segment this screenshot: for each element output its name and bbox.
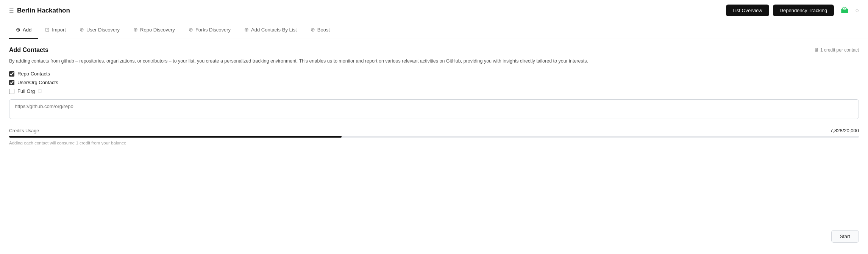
progress-bar-background [9, 136, 859, 138]
url-input-container [9, 99, 859, 120]
page-title: Berlin Hackathon [17, 7, 70, 14]
boost-icon: 🏔 [841, 6, 848, 15]
full-org-row: Full Org ⓘ [9, 88, 859, 94]
tab-repo-discovery[interactable]: ⊕ Repo Discovery [126, 21, 182, 39]
tab-forks-discovery[interactable]: ⊕ Forks Discovery [182, 21, 237, 39]
start-button-container: Start [831, 230, 859, 243]
tab-import-label: Import [52, 27, 66, 33]
add-contacts-by-list-tab-icon: ⊕ [244, 27, 249, 33]
repo-contacts-label: Repo Contacts [17, 71, 50, 77]
tab-boost-label: Boost [317, 27, 330, 33]
boost-tab-icon: ⊕ [311, 27, 315, 33]
tab-user-discovery-label: User Discovery [86, 27, 120, 33]
tab-add-contacts-by-list[interactable]: ⊕ Add Contacts By List [237, 21, 304, 39]
user-org-contacts-row: User/Org Contacts [9, 80, 859, 85]
section-header: Add Contacts 🖩 1 credit per contact [9, 47, 859, 53]
header-right: List Overview Dependency Tracking 🏔 ○ [726, 5, 859, 16]
description-text: By adding contacts from github – reposit… [9, 57, 859, 65]
user-discovery-tab-icon: ⊕ [80, 27, 84, 33]
tab-bar: ⊕ Add ⊡ Import ⊕ User Discovery ⊕ Repo D… [0, 21, 868, 39]
full-org-info-icon[interactable]: ⓘ [38, 88, 42, 94]
tab-import[interactable]: ⊡ Import [38, 21, 73, 39]
tab-forks-discovery-label: Forks Discovery [195, 27, 231, 33]
list-overview-button[interactable]: List Overview [726, 5, 769, 16]
credits-value: 7,828/20,000 [830, 128, 859, 133]
dependency-tracking-button[interactable]: Dependency Tracking [773, 5, 834, 16]
forks-discovery-tab-icon: ⊕ [189, 27, 193, 33]
repo-contacts-checkbox[interactable] [9, 71, 14, 77]
list-icon: ☰ [9, 8, 14, 14]
credit-icon: 🖩 [814, 47, 819, 53]
full-org-checkbox[interactable] [9, 89, 14, 94]
url-input[interactable] [9, 99, 859, 119]
credits-header: Credits Usage 7,828/20,000 [9, 128, 859, 133]
import-tab-icon: ⊡ [45, 27, 50, 33]
section-title: Add Contacts [9, 47, 48, 53]
repo-contacts-row: Repo Contacts [9, 71, 859, 77]
tab-repo-discovery-label: Repo Discovery [140, 27, 175, 33]
user-org-contacts-checkbox[interactable] [9, 80, 14, 85]
tab-add-contacts-by-list-label: Add Contacts By List [251, 27, 297, 33]
full-org-label: Full Org [17, 88, 35, 94]
header: ☰ Berlin Hackathon List Overview Depende… [0, 0, 868, 21]
tab-user-discovery[interactable]: ⊕ User Discovery [73, 21, 126, 39]
header-left: ☰ Berlin Hackathon [9, 7, 70, 14]
progress-bar-fill [9, 136, 342, 138]
add-tab-icon: ⊕ [16, 27, 20, 33]
user-org-contacts-label: User/Org Contacts [17, 80, 58, 85]
credits-note: Adding each contact will consume 1 credi… [9, 141, 859, 145]
repo-discovery-tab-icon: ⊕ [133, 27, 138, 33]
credit-text: 1 credit per contact [820, 47, 859, 53]
start-button[interactable]: Start [831, 230, 859, 243]
main-content: Add Contacts 🖩 1 credit per contact By a… [0, 39, 868, 153]
credit-info: 🖩 1 credit per contact [814, 47, 859, 53]
settings-icon[interactable]: ○ [855, 7, 859, 14]
tab-boost[interactable]: ⊕ Boost [304, 21, 337, 39]
tab-add[interactable]: ⊕ Add [9, 21, 38, 39]
credits-label: Credits Usage [9, 128, 39, 133]
tab-add-label: Add [23, 27, 31, 33]
credits-section: Credits Usage 7,828/20,000 Adding each c… [9, 128, 859, 145]
